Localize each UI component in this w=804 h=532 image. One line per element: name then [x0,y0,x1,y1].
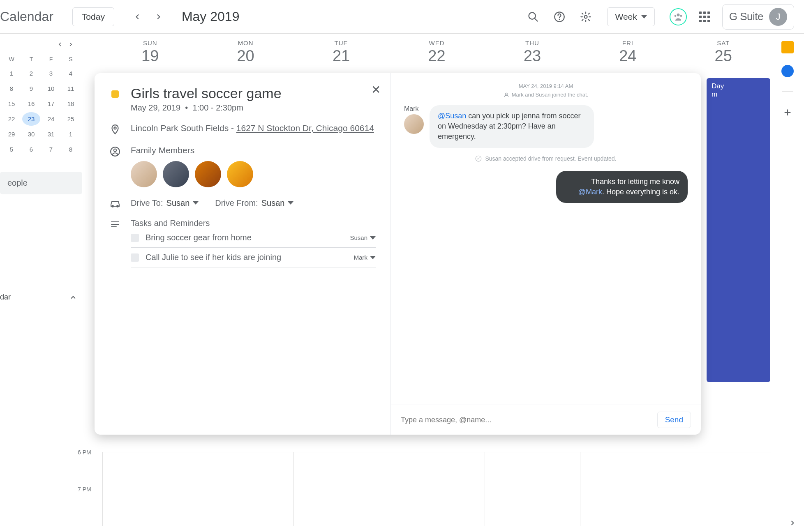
drive-to-selector[interactable]: Drive To: Susan [131,198,199,208]
mini-cal-day[interactable]: 8 [62,143,80,156]
settings-icon[interactable] [576,7,596,27]
my-calendars-label: dar [0,293,11,302]
mini-cal-day[interactable]: 24 [42,112,60,126]
view-selector[interactable]: Week [607,7,654,26]
event-location: Lincoln Park South Fields - 1627 N Stock… [131,123,376,135]
next-week-button[interactable] [150,8,168,26]
task-item: Bring soccer gear from home Susan [131,228,376,248]
event-details-popup: ✕ Girls travel soccer game May 29, 2019 … [95,73,701,435]
dropdown-icon [641,15,647,18]
week-day-header[interactable]: TUE21 [293,34,389,68]
mini-calendar-grid: WTFS123489101115161718222324252930311567… [0,53,82,156]
mini-cal-day[interactable]: 23 [22,112,40,126]
mini-cal-day[interactable]: 25 [62,112,80,126]
task-assignee-selector[interactable]: Mark [354,254,376,261]
nav-arrows [128,8,168,26]
chat-message-out: Thanks for letting me know @Mark. Hope e… [404,171,688,203]
mention[interactable]: @Mark [578,188,602,196]
mention[interactable]: @Susan [438,112,466,120]
mini-cal-day[interactable]: 5 [2,143,21,156]
avatar[interactable] [227,161,253,187]
week-header: SUN19MON20TUE21WED22THU23FRI24SAT25 [102,34,771,68]
rail-divider [782,91,793,92]
week-day-header[interactable]: WED22 [389,34,484,68]
gsuite-logo: G Suite [729,10,763,23]
mini-cal-day[interactable]: 4 [62,67,80,80]
tasks-icon[interactable] [781,65,794,77]
week-day-header[interactable]: SUN19 [102,34,198,68]
member-avatars [131,161,376,187]
chat-joined-notice: Mark and Susan joined the chat. [404,92,688,98]
week-day-header[interactable]: FRI24 [580,34,675,68]
mini-cal-day[interactable]: 2 [22,67,40,80]
notes-icon [110,219,120,229]
left-sidebar: WTFS123489101115161718222324252930311567… [0,34,82,302]
avatar[interactable] [195,161,221,187]
task-item: Call Julie to see if her kids are joinin… [131,248,376,267]
chat-input[interactable] [401,416,657,424]
family-link-icon[interactable] [670,8,687,25]
send-button[interactable]: Send [657,412,691,428]
mini-prev-icon[interactable] [57,41,63,48]
today-button[interactable]: Today [72,7,114,26]
mini-cal-day[interactable]: 16 [22,97,40,111]
mini-cal-day[interactable]: 8 [2,82,21,95]
mini-cal-day[interactable]: 1 [62,127,80,141]
mini-cal-day[interactable]: 18 [62,97,80,111]
task-checkbox[interactable] [131,234,139,242]
mini-cal-day[interactable]: 30 [22,127,40,141]
svg-point-9 [114,149,117,152]
search-people-input[interactable]: eople [0,172,82,194]
chat-panel: MAY 24, 2019 9:14 AM Mark and Susan join… [390,73,701,435]
avatar[interactable] [131,161,157,187]
prev-week-button[interactable] [128,8,146,26]
task-assignee-selector[interactable]: Susan [350,234,376,241]
mini-cal-day[interactable]: 6 [22,143,40,156]
task-checkbox[interactable] [131,253,139,262]
mini-cal-day[interactable]: 3 [42,67,60,80]
mini-next-icon[interactable] [67,41,74,48]
time-label: 6 PM [78,449,91,456]
week-day-header[interactable]: MON20 [198,34,293,68]
chat-input-bar: Send [391,405,701,435]
mini-cal-day[interactable]: 11 [62,82,80,95]
all-day-event-block[interactable]: Day m [707,78,770,382]
app-title: Calendar [0,9,53,24]
help-icon[interactable] [550,7,569,27]
week-day-header[interactable]: THU23 [485,34,580,68]
mini-cal-day[interactable]: 22 [2,112,21,126]
side-panel-toggle-icon[interactable] [788,519,797,527]
task-text: Call Julie to see if her kids are joinin… [146,253,347,262]
mini-cal-day[interactable]: 10 [42,82,60,95]
mini-cal-day[interactable]: 29 [2,127,21,141]
chevron-up-icon [69,293,77,302]
mini-cal-day[interactable]: 1 [2,67,21,80]
task-text: Bring soccer gear from home [146,233,343,242]
search-icon[interactable] [523,7,543,27]
addons-plus-icon[interactable]: + [784,106,791,120]
mini-cal-day[interactable]: 17 [42,97,60,111]
chat-body: MAY 24, 2019 9:14 AM Mark and Susan join… [391,73,701,405]
mini-cal-day[interactable]: 31 [42,127,60,141]
chat-system-status: Susan accepted drive from request. Event… [404,155,688,162]
apps-launcher-icon[interactable] [699,12,710,22]
people-icon [110,146,120,157]
keep-icon[interactable] [781,41,794,53]
chat-bubble: @Susan can you pick up jenna from soccer… [430,105,594,148]
location-link[interactable]: 1627 N Stockton Dr, Chicago 60614 [236,123,374,133]
event-color-chip [111,90,119,98]
mini-calendar: WTFS123489101115161718222324252930311567… [0,34,82,164]
close-icon[interactable]: ✕ [371,83,381,97]
mini-cal-day[interactable]: 7 [42,143,60,156]
mini-cal-day[interactable]: 9 [22,82,40,95]
dropdown-icon [288,201,293,205]
chat-message-in: Mark @Susan can you pick up jenna from s… [404,105,688,148]
user-avatar[interactable]: J [769,8,787,26]
drive-from-selector[interactable]: Drive From: Susan [215,198,293,208]
mini-nav [0,41,82,48]
mini-cal-day[interactable]: 15 [2,97,21,111]
my-calendars-toggle[interactable]: dar [0,285,82,302]
avatar[interactable] [163,161,189,187]
week-day-header[interactable]: SAT25 [676,34,771,68]
chat-sender-name: Mark [404,105,424,113]
